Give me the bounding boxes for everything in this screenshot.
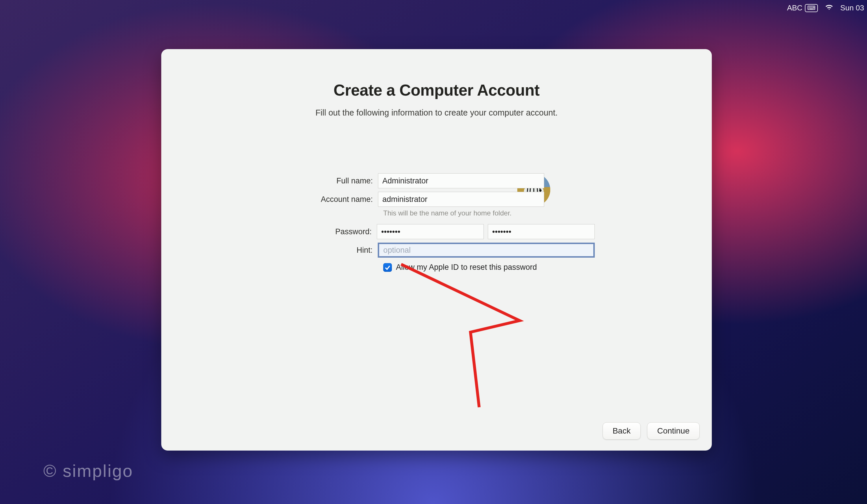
account-name-hint: This will be the name of your home folde… (383, 209, 595, 217)
account-name-field[interactable] (378, 192, 544, 207)
wifi-icon[interactable] (825, 3, 834, 12)
account-form: Full name: Account name: This will be th… (277, 173, 595, 272)
hint-label: Hint: (277, 246, 378, 255)
setup-panel: Create a Computer Account Fill out the f… (161, 49, 712, 451)
full-name-field[interactable] (378, 173, 544, 188)
button-bar: Back Continue (602, 422, 700, 440)
full-name-label: Full name: (277, 176, 378, 185)
page-title: Create a Computer Account (161, 81, 712, 99)
password-verify-field[interactable] (488, 224, 595, 239)
continue-button[interactable]: Continue (647, 422, 700, 440)
keyboard-icon: ⌨ (805, 4, 818, 12)
apple-id-reset-checkbox[interactable] (383, 263, 392, 272)
password-field[interactable] (377, 224, 484, 239)
password-label: Password: (277, 227, 377, 236)
input-source-label: ABC (787, 3, 802, 12)
page-subtitle: Fill out the following information to cr… (161, 108, 712, 118)
input-source-indicator[interactable]: ABC ⌨ (787, 3, 817, 12)
checkmark-icon (384, 264, 391, 271)
watermark: © simpligo (43, 461, 133, 481)
annotation-arrow (389, 263, 534, 414)
menu-bar-clock[interactable]: Sun 03 (841, 3, 864, 12)
hint-field[interactable] (378, 243, 595, 258)
back-button[interactable]: Back (602, 422, 641, 440)
apple-id-reset-label: Allow my Apple ID to reset this password (396, 263, 537, 272)
account-name-label: Account name: (277, 195, 378, 204)
menu-bar: ABC ⌨ Sun 03 (787, 3, 864, 12)
